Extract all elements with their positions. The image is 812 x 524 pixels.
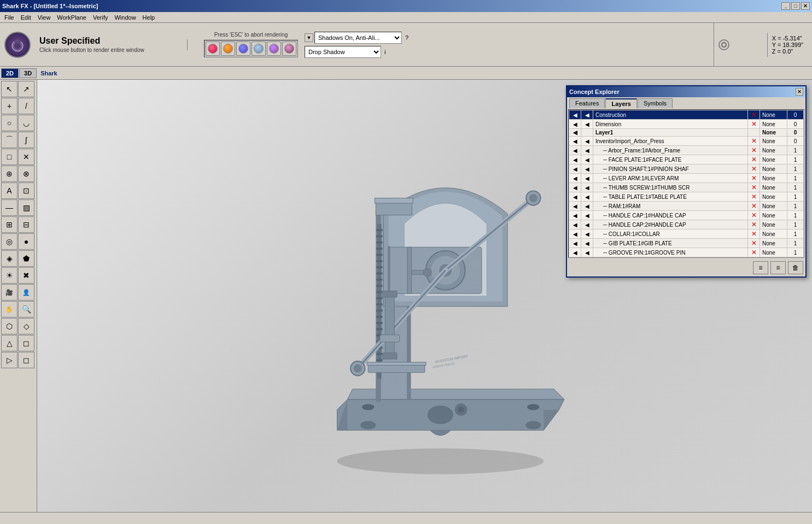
layer-row[interactable]: ◀ ◀ ─ HANDLE CAP:2#HANDLE CAP ✕ None 1	[569, 220, 804, 229]
tool-pan[interactable]: ✋	[1, 301, 17, 317]
layer-eye[interactable]: ◀	[569, 129, 581, 137]
mode-3d-button[interactable]: 3D	[19, 68, 37, 78]
layer-x[interactable]: ✕	[748, 248, 760, 257]
layer-eye[interactable]: ◀	[569, 239, 581, 248]
ce-close-button[interactable]: ✕	[796, 88, 803, 96]
menu-window[interactable]: Window	[111, 13, 139, 22]
layer-x[interactable]: ✕	[748, 164, 760, 174]
tool-person[interactable]: 👤	[18, 284, 34, 301]
layer-row[interactable]: ◀ ◀ ─ RAM:1#RAM ✕ None 1	[569, 202, 804, 211]
tool-arc[interactable]: ◡	[18, 115, 34, 131]
layer-x[interactable]: ✕	[748, 183, 760, 192]
layer-lock[interactable]: ◀	[581, 164, 593, 174]
tool-3d-sub[interactable]: ⊟	[18, 216, 34, 233]
layer-x[interactable]: ✕	[748, 174, 760, 183]
layer-x[interactable]: ✕	[748, 192, 760, 202]
layer-x[interactable]: ✕	[748, 146, 760, 155]
layer-eye[interactable]: ◀	[569, 137, 581, 146]
shadows-dropdown[interactable]: Shadows On, Anti-Ali...	[314, 32, 402, 44]
render-icon-5[interactable]	[267, 42, 281, 56]
ce-footer-btn-delete[interactable]: 🗑	[788, 261, 803, 274]
layer-lock[interactable]: ◀	[581, 239, 593, 248]
menu-view[interactable]: View	[34, 13, 54, 22]
layer-row[interactable]: ◀ ◀ ─ FACE PLATE:1#FACE PLATE ✕ None 1	[569, 155, 804, 164]
layer-eye[interactable]: ◀	[569, 110, 581, 120]
layer-eye[interactable]: ◀	[569, 229, 581, 239]
layer-lock[interactable]: ◀	[581, 146, 593, 155]
tool-point[interactable]: ⊕	[1, 166, 17, 182]
dropdown-arrow-shadows[interactable]: ▼	[305, 33, 313, 42]
tool-cross[interactable]: ✕	[18, 149, 34, 165]
tool-select-arrow2[interactable]: ↗	[18, 81, 34, 97]
tool-hex2[interactable]: ⬡	[1, 318, 17, 334]
menu-file[interactable]: File	[1, 13, 17, 22]
layer-eye[interactable]: ◀	[569, 164, 581, 174]
layer-x[interactable]: ✕	[748, 229, 760, 239]
layer-row[interactable]: ◀ ◀ ─ LEVER ARM:1#LEVER ARM ✕ None 1	[569, 174, 804, 183]
tool-square[interactable]: ◻	[18, 335, 34, 351]
tool-select-arrow[interactable]: ↖	[1, 81, 17, 97]
layer-lock[interactable]: ◀	[581, 183, 593, 192]
layer-x[interactable]: ✕	[748, 137, 760, 146]
tool-triangle[interactable]: △	[1, 335, 17, 351]
layer-eye[interactable]: ◀	[569, 155, 581, 164]
layer-x[interactable]: ✕	[748, 110, 760, 120]
ce-footer-btn-list2[interactable]: ≡	[770, 261, 786, 274]
render-icon-2[interactable]	[221, 42, 235, 56]
layer-row[interactable]: ◀ Layer1 None 0	[569, 129, 804, 137]
close-button[interactable]: ✕	[801, 2, 810, 10]
drop-shadow-dropdown[interactable]: Drop Shadow	[305, 46, 381, 58]
layer-eye[interactable]: ◀	[569, 183, 581, 192]
tool-3d-add[interactable]: ⊞	[1, 216, 17, 233]
ce-tab-symbols[interactable]: Symbols	[638, 98, 673, 108]
ce-tab-features[interactable]: Features	[569, 98, 605, 108]
layer-row[interactable]: ◀ ◀ InventorImport_Arbor_Press ✕ None 0	[569, 137, 804, 146]
tool-line2[interactable]: —	[1, 199, 17, 216]
layer-eye[interactable]: ◀	[569, 192, 581, 202]
menu-verify[interactable]: Verify	[90, 13, 112, 22]
layer-eye[interactable]: ◀	[569, 220, 581, 229]
tool-hex[interactable]: ⬟	[18, 250, 34, 267]
tool-ball[interactable]: ●	[18, 233, 34, 250]
menu-edit[interactable]: Edit	[17, 13, 34, 22]
layer-lock[interactable]: ◀	[581, 192, 593, 202]
tool-add[interactable]: +	[1, 98, 17, 114]
layer-lock[interactable]: ◀	[581, 155, 593, 164]
render-icon-4[interactable]	[252, 42, 266, 56]
layer-lock[interactable]: ◀	[581, 248, 593, 257]
question-mark[interactable]: ?	[403, 34, 411, 41]
layer-lock[interactable]: ◀	[581, 137, 593, 146]
tool-play[interactable]: ▷	[1, 352, 17, 368]
layer-lock[interactable]: ◀	[581, 174, 593, 183]
layer-x[interactable]: ✕	[748, 211, 760, 220]
layer-eye[interactable]: ◀	[569, 146, 581, 155]
tool-curve[interactable]: ⌒	[1, 132, 17, 148]
layer-row[interactable]: ◀ ◀ ─ GIB PLATE:1#GIB PLATE ✕ None 1	[569, 239, 804, 248]
layer-row[interactable]: ◀ ◀ Dimension ✕ None 0	[569, 120, 804, 129]
maximize-button[interactable]: □	[791, 2, 800, 10]
layer-x[interactable]	[748, 129, 760, 137]
layer-row[interactable]: ◀ ◀ ─ THUMB SCREW:1#THUMB SCR ✕ None 1	[569, 183, 804, 192]
layer-lock[interactable]: ◀	[581, 229, 593, 239]
tool-gem[interactable]: ◈	[1, 250, 17, 267]
menu-help[interactable]: Help	[139, 13, 159, 22]
layer-lock[interactable]: ◀	[581, 120, 593, 129]
info-mark[interactable]: i	[382, 49, 388, 55]
layer-row[interactable]: ◀ ◀ ─ GROOVE PIN:1#GROOVE PIN ✕ None 1	[569, 248, 804, 257]
tool-square2[interactable]: ◻	[18, 352, 34, 368]
render-icon-1[interactable]	[206, 42, 220, 56]
tool-spline[interactable]: ∫	[18, 132, 34, 148]
tool-zoom[interactable]: 🔍	[18, 301, 34, 317]
viewport[interactable]: INVENTOR IMPORT ARBOR PRESS Concept Expl…	[37, 80, 812, 512]
tool-x2[interactable]: ✖	[18, 267, 34, 284]
layer-row[interactable]: ◀ ◀ ─ HANDLE CAP:1#HANDLE CAP ✕ None 1	[569, 211, 804, 220]
layer-x[interactable]: ✕	[748, 239, 760, 248]
tool-camera[interactable]: 🎥	[1, 284, 17, 301]
render-icon-3[interactable]	[236, 42, 250, 56]
layer-x[interactable]: ✕	[748, 120, 760, 129]
tool-grid[interactable]: ⊡	[18, 182, 34, 199]
ce-title-bar[interactable]: Concept Explorer ✕	[567, 86, 805, 97]
tool-sphere[interactable]: ◎	[1, 233, 17, 250]
tool-xmark[interactable]: ⊗	[18, 166, 34, 182]
layer-lock[interactable]	[581, 129, 593, 137]
